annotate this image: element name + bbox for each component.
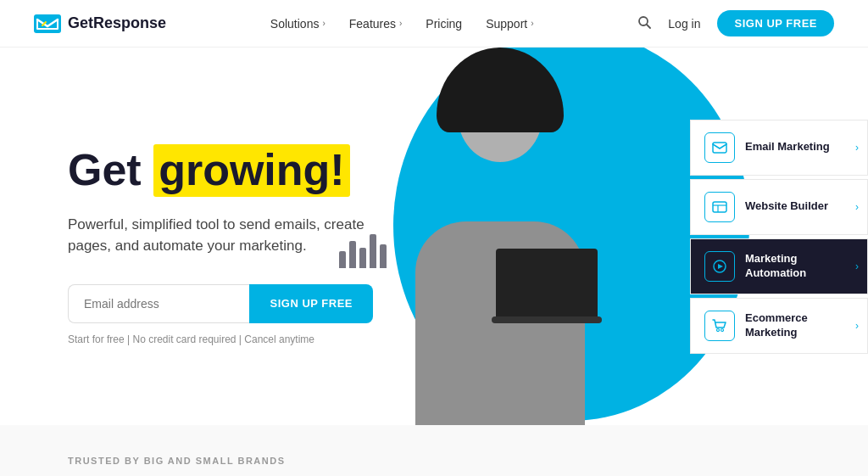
website-builder-label: Website Builder — [745, 199, 828, 214]
card-chevron-icon: › — [855, 201, 859, 213]
laptop-base — [492, 316, 602, 323]
person-hair — [437, 48, 564, 132]
ecommerce-label: Ecommerce Marketing — [745, 311, 854, 340]
hero-section: Get growing! Powerful, simplified tool t… — [0, 48, 868, 425]
search-icon — [637, 15, 651, 29]
feature-card-automation[interactable]: Marketing Automation › — [690, 238, 868, 294]
email-marketing-icon — [704, 132, 735, 163]
email-input[interactable] — [68, 284, 249, 323]
laptop-screen — [496, 249, 598, 316]
svg-point-9 — [717, 328, 720, 331]
email-marketing-label: Email Marketing — [745, 140, 830, 154]
feature-card-ecommerce[interactable]: Ecommerce Marketing › — [690, 298, 868, 354]
card-chevron-icon: › — [855, 260, 859, 272]
svg-rect-4 — [713, 202, 726, 212]
nav-link-features[interactable]: Features › — [349, 17, 403, 31]
svg-marker-8 — [718, 264, 723, 269]
hero-form: SIGN UP FREE — [68, 284, 373, 323]
trusted-section: TRUSTED BY BIG AND SMALL BRANDS IKEA Sur… — [0, 425, 868, 476]
nav-links: Solutions › Features › Pricing Support › — [270, 17, 534, 31]
hero-headline: Get growing! — [68, 144, 373, 196]
marketing-automation-label: Marketing Automation — [745, 252, 854, 281]
feature-card-email[interactable]: Email Marketing › — [690, 120, 868, 176]
svg-rect-3 — [713, 143, 726, 153]
brand-name: GetResponse — [68, 14, 166, 32]
website-builder-icon — [704, 192, 735, 222]
login-link[interactable]: Log in — [668, 17, 700, 31]
svg-line-2 — [647, 25, 650, 28]
hero-person — [390, 52, 610, 425]
nav-signup-button[interactable]: SIGN UP FREE — [717, 10, 834, 36]
feature-cards: Email Marketing › Website Builder › — [690, 120, 868, 354]
hero-subheadline: Powerful, simplified tool to send emails… — [68, 214, 373, 257]
trusted-label: TRUSTED BY BIG AND SMALL BRANDS — [68, 456, 800, 466]
navigation: GetResponse Solutions › Features › Prici… — [0, 0, 868, 48]
nav-actions: Log in SIGN UP FREE — [637, 10, 834, 36]
card-chevron-icon: › — [855, 320, 859, 332]
chevron-icon: › — [322, 19, 325, 28]
card-chevron-icon: › — [855, 142, 859, 154]
hero-signup-button[interactable]: SIGN UP FREE — [249, 284, 373, 323]
search-button[interactable] — [637, 15, 651, 32]
chevron-icon: › — [531, 19, 533, 28]
hero-disclaimer: Start for free | No credit card required… — [68, 333, 373, 345]
ecommerce-icon — [704, 311, 735, 341]
chevron-icon: › — [399, 19, 402, 28]
marketing-automation-icon — [704, 251, 735, 282]
nav-link-pricing[interactable]: Pricing — [426, 17, 462, 31]
nav-link-solutions[interactable]: Solutions › — [270, 17, 326, 31]
logo-icon — [34, 14, 61, 33]
nav-link-support[interactable]: Support › — [486, 17, 533, 31]
logo[interactable]: GetResponse — [34, 14, 166, 33]
feature-card-website[interactable]: Website Builder › — [690, 179, 868, 235]
hero-content: Get growing! Powerful, simplified tool t… — [0, 48, 407, 425]
headline-highlight: growing! — [153, 144, 350, 196]
svg-point-10 — [721, 328, 724, 331]
